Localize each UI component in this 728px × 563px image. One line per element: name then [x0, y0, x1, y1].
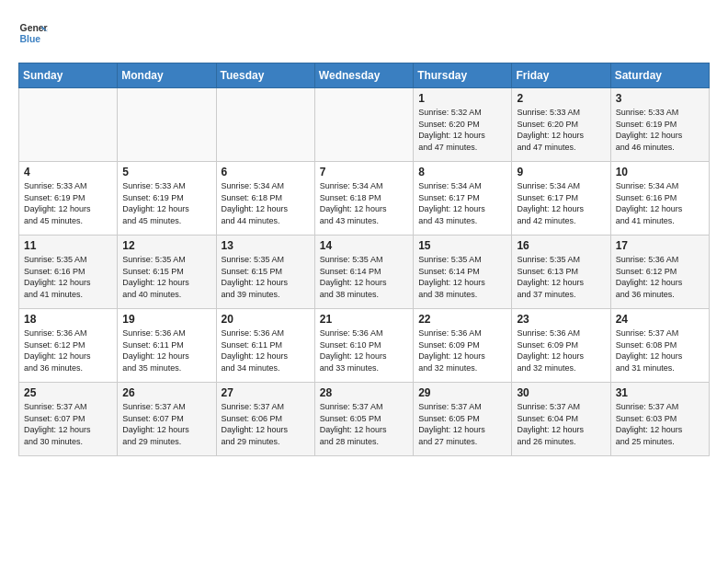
day-number: 11 [24, 239, 112, 252]
day-number: 10 [616, 166, 704, 178]
day-number: 28 [320, 386, 408, 399]
calendar-cell: 15Sunrise: 5:35 AM Sunset: 6:14 PM Dayli… [414, 236, 512, 309]
calendar-cell: 17Sunrise: 5:36 AM Sunset: 6:12 PM Dayli… [610, 236, 709, 309]
day-number: 26 [122, 386, 210, 399]
calendar-cell: 25Sunrise: 5:37 AM Sunset: 6:07 PM Dayli… [19, 383, 118, 456]
day-info: Sunrise: 5:37 AM Sunset: 6:03 PM Dayligh… [616, 401, 704, 447]
day-number: 19 [122, 313, 210, 326]
calendar-cell: 1Sunrise: 5:32 AM Sunset: 6:20 PM Daylig… [414, 88, 512, 162]
svg-text:Blue: Blue [20, 34, 41, 44]
calendar-cell: 11Sunrise: 5:35 AM Sunset: 6:16 PM Dayli… [19, 236, 118, 309]
day-info: Sunrise: 5:34 AM Sunset: 6:17 PM Dayligh… [517, 180, 605, 226]
calendar-cell [216, 88, 314, 162]
calendar-week-row: 25Sunrise: 5:37 AM Sunset: 6:07 PM Dayli… [19, 383, 710, 456]
day-info: Sunrise: 5:35 AM Sunset: 6:15 PM Dayligh… [122, 254, 210, 300]
day-number: 14 [320, 239, 408, 252]
day-number: 2 [517, 92, 605, 105]
logo: General Blue [18, 18, 48, 48]
day-info: Sunrise: 5:35 AM Sunset: 6:14 PM Dayligh… [320, 254, 408, 300]
calendar-week-row: 4Sunrise: 5:33 AM Sunset: 6:19 PM Daylig… [19, 162, 710, 236]
calendar-cell: 23Sunrise: 5:36 AM Sunset: 6:09 PM Dayli… [512, 309, 610, 383]
day-number: 9 [517, 166, 605, 178]
day-info: Sunrise: 5:37 AM Sunset: 6:06 PM Dayligh… [222, 401, 310, 447]
day-info: Sunrise: 5:34 AM Sunset: 6:18 PM Dayligh… [320, 180, 408, 226]
day-number: 18 [24, 313, 112, 326]
day-number: 1 [418, 92, 506, 105]
calendar-cell: 16Sunrise: 5:35 AM Sunset: 6:13 PM Dayli… [512, 236, 610, 309]
weekday-header-cell: Monday [118, 63, 216, 88]
calendar-cell: 31Sunrise: 5:37 AM Sunset: 6:03 PM Dayli… [610, 383, 709, 456]
day-info: Sunrise: 5:34 AM Sunset: 6:18 PM Dayligh… [222, 180, 310, 226]
calendar-cell [118, 88, 216, 162]
day-info: Sunrise: 5:34 AM Sunset: 6:16 PM Dayligh… [616, 180, 704, 226]
day-info: Sunrise: 5:33 AM Sunset: 6:19 PM Dayligh… [24, 180, 112, 226]
calendar-cell: 8Sunrise: 5:34 AM Sunset: 6:17 PM Daylig… [414, 162, 512, 236]
day-number: 30 [517, 386, 605, 399]
weekday-header-cell: Friday [512, 63, 610, 88]
calendar-cell: 5Sunrise: 5:33 AM Sunset: 6:19 PM Daylig… [118, 162, 216, 236]
calendar-week-row: 11Sunrise: 5:35 AM Sunset: 6:16 PM Dayli… [19, 236, 710, 309]
page-header: General Blue [18, 18, 710, 48]
calendar-cell: 13Sunrise: 5:35 AM Sunset: 6:15 PM Dayli… [216, 236, 314, 309]
day-info: Sunrise: 5:36 AM Sunset: 6:11 PM Dayligh… [122, 327, 210, 373]
day-number: 3 [616, 92, 704, 105]
weekday-header-row: SundayMondayTuesdayWednesdayThursdayFrid… [19, 63, 710, 88]
day-info: Sunrise: 5:36 AM Sunset: 6:12 PM Dayligh… [24, 327, 112, 373]
calendar-cell: 3Sunrise: 5:33 AM Sunset: 6:19 PM Daylig… [610, 88, 709, 162]
day-number: 12 [122, 239, 210, 252]
day-info: Sunrise: 5:36 AM Sunset: 6:09 PM Dayligh… [418, 327, 506, 373]
day-info: Sunrise: 5:35 AM Sunset: 6:13 PM Dayligh… [517, 254, 605, 300]
calendar-table: SundayMondayTuesdayWednesdayThursdayFrid… [18, 63, 710, 456]
day-number: 31 [616, 386, 704, 399]
day-number: 7 [320, 166, 408, 178]
day-info: Sunrise: 5:35 AM Sunset: 6:16 PM Dayligh… [24, 254, 112, 300]
day-info: Sunrise: 5:34 AM Sunset: 6:17 PM Dayligh… [418, 180, 506, 226]
day-info: Sunrise: 5:33 AM Sunset: 6:19 PM Dayligh… [616, 107, 704, 153]
weekday-header-cell: Wednesday [314, 63, 413, 88]
day-number: 27 [222, 386, 310, 399]
calendar-cell: 27Sunrise: 5:37 AM Sunset: 6:06 PM Dayli… [216, 383, 314, 456]
calendar-cell: 10Sunrise: 5:34 AM Sunset: 6:16 PM Dayli… [610, 162, 709, 236]
day-number: 16 [517, 239, 605, 252]
day-number: 15 [418, 239, 506, 252]
calendar-cell: 14Sunrise: 5:35 AM Sunset: 6:14 PM Dayli… [314, 236, 413, 309]
calendar-week-row: 18Sunrise: 5:36 AM Sunset: 6:12 PM Dayli… [19, 309, 710, 383]
calendar-body: 1Sunrise: 5:32 AM Sunset: 6:20 PM Daylig… [19, 88, 710, 456]
calendar-cell: 24Sunrise: 5:37 AM Sunset: 6:08 PM Dayli… [610, 309, 709, 383]
calendar-cell: 6Sunrise: 5:34 AM Sunset: 6:18 PM Daylig… [216, 162, 314, 236]
day-info: Sunrise: 5:32 AM Sunset: 6:20 PM Dayligh… [418, 107, 506, 153]
day-number: 8 [418, 166, 506, 178]
day-info: Sunrise: 5:37 AM Sunset: 6:05 PM Dayligh… [320, 401, 408, 447]
day-info: Sunrise: 5:37 AM Sunset: 6:05 PM Dayligh… [418, 401, 506, 447]
day-info: Sunrise: 5:37 AM Sunset: 6:08 PM Dayligh… [616, 327, 704, 373]
day-info: Sunrise: 5:37 AM Sunset: 6:07 PM Dayligh… [24, 401, 112, 447]
day-number: 20 [222, 313, 310, 326]
day-number: 17 [616, 239, 704, 252]
calendar-cell [314, 88, 413, 162]
day-info: Sunrise: 5:33 AM Sunset: 6:19 PM Dayligh… [122, 180, 210, 226]
calendar-cell: 18Sunrise: 5:36 AM Sunset: 6:12 PM Dayli… [19, 309, 118, 383]
day-number: 5 [122, 166, 210, 178]
calendar-cell: 21Sunrise: 5:36 AM Sunset: 6:10 PM Dayli… [314, 309, 413, 383]
day-number: 22 [418, 313, 506, 326]
calendar-cell: 9Sunrise: 5:34 AM Sunset: 6:17 PM Daylig… [512, 162, 610, 236]
weekday-header-cell: Sunday [19, 63, 118, 88]
calendar-cell [19, 88, 118, 162]
day-number: 24 [616, 313, 704, 326]
day-info: Sunrise: 5:33 AM Sunset: 6:20 PM Dayligh… [517, 107, 605, 153]
day-number: 21 [320, 313, 408, 326]
weekday-header-cell: Tuesday [216, 63, 314, 88]
day-number: 4 [24, 166, 112, 178]
day-info: Sunrise: 5:35 AM Sunset: 6:14 PM Dayligh… [418, 254, 506, 300]
calendar-cell: 26Sunrise: 5:37 AM Sunset: 6:07 PM Dayli… [118, 383, 216, 456]
calendar-cell: 30Sunrise: 5:37 AM Sunset: 6:04 PM Dayli… [512, 383, 610, 456]
day-info: Sunrise: 5:36 AM Sunset: 6:10 PM Dayligh… [320, 327, 408, 373]
calendar-cell: 12Sunrise: 5:35 AM Sunset: 6:15 PM Dayli… [118, 236, 216, 309]
day-info: Sunrise: 5:37 AM Sunset: 6:04 PM Dayligh… [517, 401, 605, 447]
weekday-header-cell: Saturday [610, 63, 709, 88]
calendar-cell: 28Sunrise: 5:37 AM Sunset: 6:05 PM Dayli… [314, 383, 413, 456]
calendar-cell: 2Sunrise: 5:33 AM Sunset: 6:20 PM Daylig… [512, 88, 610, 162]
calendar-cell: 19Sunrise: 5:36 AM Sunset: 6:11 PM Dayli… [118, 309, 216, 383]
day-info: Sunrise: 5:37 AM Sunset: 6:07 PM Dayligh… [122, 401, 210, 447]
day-number: 25 [24, 386, 112, 399]
